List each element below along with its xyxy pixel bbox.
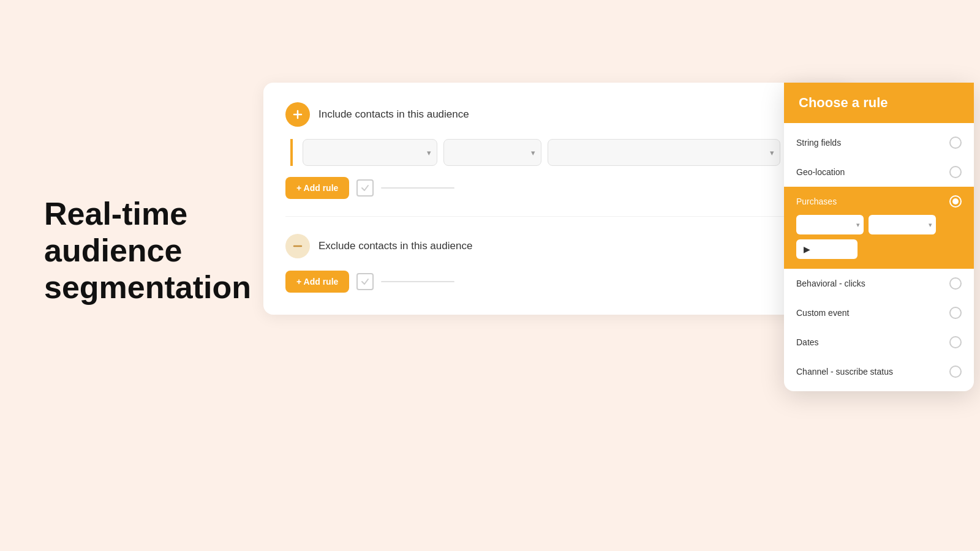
rule-item-label: Dates [796,337,819,347]
include-add-rule-button[interactable]: + Add rule [285,177,349,199]
include-footer: + Add rule [285,177,829,199]
section-divider [285,216,829,217]
include-check-icon [356,179,374,197]
purchases-select-2-wrapper [869,215,936,234]
exclude-section: Exclude contacts in this audience + Add … [285,234,829,293]
rule-chooser-header: Choose a rule [784,83,974,123]
rule-radio-string-fields [949,137,962,149]
rule-item-custom-event[interactable]: Custom event [784,298,974,328]
rule-item-label: Geo-location [796,167,845,177]
purchases-label: Purchases [796,197,837,206]
rule-item-behavioral-clicks[interactable]: Behavioral - clicks [784,269,974,298]
rule-select-1-wrapper [303,139,437,166]
exclude-footer-line [381,281,454,282]
rule-chooser-panel: Choose a rule String fields Geo-location… [784,83,974,391]
purchases-select-1-wrapper [796,215,864,234]
include-section: Include contacts in this audience [285,102,829,199]
rule-select-2-wrapper [443,139,541,166]
rule-item-label: String fields [796,138,841,148]
rule-select-2[interactable] [443,139,541,166]
rule-select-3[interactable] [548,139,780,166]
rule-radio-custom-event [949,307,962,319]
rule-radio-purchases [949,195,962,208]
purchases-input-btn[interactable]: ▶ [796,239,858,259]
cursor-icon: ▶ [804,244,810,254]
purchases-selects [796,215,962,234]
rule-item-label: Custom event [796,308,849,318]
purchases-top: Purchases [796,195,962,208]
exclude-check-icon [356,273,374,290]
rule-radio-geo-location [949,166,962,178]
page-title: Real-time audience segmentation [44,196,228,305]
rule-item-label: Channel - suscribe status [796,367,893,377]
rule-item-label: Behavioral - clicks [796,279,865,288]
rule-radio-channel [949,365,962,378]
rule-select-1[interactable] [303,139,437,166]
exclude-label: Exclude contacts in this audience [318,240,472,252]
rule-item-purchases[interactable]: Purchases ▶ [784,187,974,269]
panel-wrapper: Include contacts in this audience [263,83,974,315]
rule-item-string-fields[interactable]: String fields [784,128,974,157]
rule-list: String fields Geo-location Purchases [784,123,974,391]
include-rule-row [290,139,829,166]
rule-radio-behavioral [949,277,962,290]
rule-item-dates[interactable]: Dates [784,328,974,357]
rule-radio-dates [949,336,962,348]
purchases-select-2[interactable] [869,215,936,234]
rule-select-3-wrapper [548,139,780,166]
include-icon [285,102,310,127]
include-label: Include contacts in this audience [318,108,469,121]
main-panel: Include contacts in this audience [263,83,851,315]
exclude-footer: + Add rule [285,271,829,293]
include-footer-line [381,187,454,189]
exclude-icon [285,234,310,258]
exclude-add-rule-button[interactable]: + Add rule [285,271,349,293]
rule-item-channel-subscribe[interactable]: Channel - suscribe status [784,357,974,386]
rule-item-geo-location[interactable]: Geo-location [784,157,974,187]
purchases-select-1[interactable] [796,215,864,234]
